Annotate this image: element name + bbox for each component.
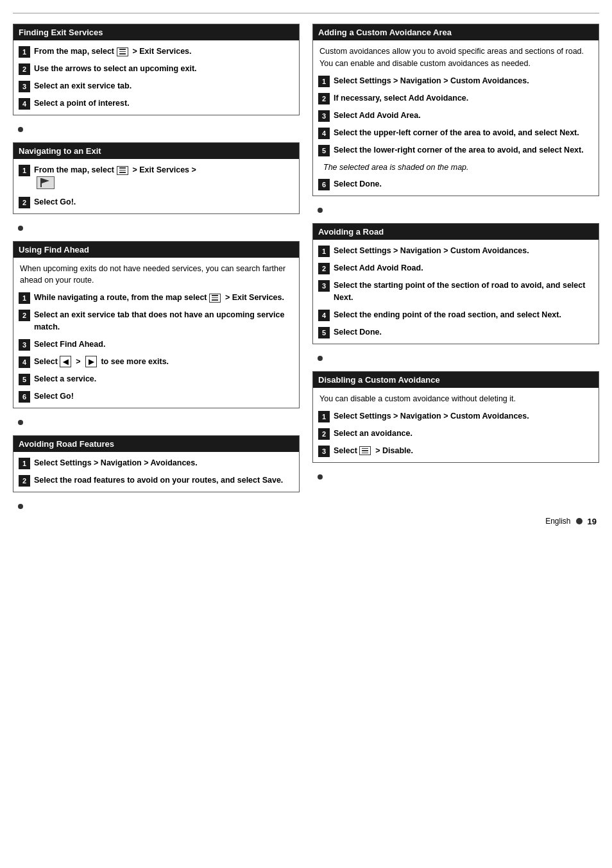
step-num-ne-2: 2 <box>19 197 30 208</box>
menu-lines-fa <box>212 295 218 301</box>
step-num-da-1: 1 <box>318 411 330 422</box>
step-text-da-3: Select > Disable. <box>334 445 413 457</box>
menu-lines-ne <box>119 167 126 173</box>
step-da-3: 3 Select > Disable. <box>318 445 593 457</box>
section-avoiding-road: Avoiding a Road 1 Select Settings > Navi… <box>312 223 599 344</box>
step-text-fa-3: Select Find Ahead. <box>34 338 105 351</box>
section-title-avoid-road: Avoiding Road Features <box>13 436 299 452</box>
svg-marker-1 <box>42 178 49 183</box>
step-text-ca-2: If necessary, select Add Avoidance. <box>334 92 468 104</box>
step-fes-3: 3 Select an exit service tab. <box>19 80 294 92</box>
bullet-da <box>318 474 323 480</box>
step-text-ar-5: Select Done. <box>334 326 382 338</box>
step-text-fa-2: Select an exit service tab that does not… <box>34 309 294 333</box>
right-column: Adding a Custom Avoidance Area Custom av… <box>312 24 599 510</box>
section-title-disable-avoid: Disabling a Custom Avoidance <box>313 372 599 388</box>
ca-note: The selected area is shaded on the map. <box>318 162 593 174</box>
step-num-da-2: 2 <box>318 428 330 440</box>
menu-lines <box>119 49 126 54</box>
step-text-da-1: Select Settings > Navigation > Custom Av… <box>334 410 529 422</box>
step-fa-6: 6 Select Go! <box>19 390 294 403</box>
step-text-ca-1: Select Settings > Navigation > Custom Av… <box>334 75 529 87</box>
step-text-ca-5: Select the lower-right corner of the are… <box>334 144 584 156</box>
disable-avoid-desc: You can disable a custom avoidance witho… <box>318 393 593 405</box>
section-body-avoid-a-road: 1 Select Settings > Navigation > Custom … <box>313 240 599 344</box>
step-ca-1: 1 Select Settings > Navigation > Custom … <box>318 75 593 87</box>
main-content: Finding Exit Services 1 From the map, se… <box>13 24 599 510</box>
step-ar-5: 5 Select Done. <box>318 326 593 338</box>
step-text-fa-1: While navigating a route, from the map s… <box>34 292 284 304</box>
section-title-nav-exit: Navigating to an Exit <box>13 143 299 159</box>
step-num-ca-6: 6 <box>318 179 330 190</box>
step-num-fa-2: 2 <box>19 310 30 321</box>
step-num-fa-3: 3 <box>19 339 30 351</box>
svg-rect-0 <box>40 178 42 187</box>
step-text-ca-4: Select the upper-left corner of the area… <box>334 127 579 139</box>
section-title-finding-exit: Finding Exit Services <box>13 24 299 40</box>
find-ahead-desc: When upcoming exits do not have needed s… <box>19 263 294 287</box>
step-num-fa-6: 6 <box>19 391 30 403</box>
step-ne-1: 1 From the map, select > Exit Services > <box>19 164 294 191</box>
step-text-ca-6: Select Done. <box>334 178 382 190</box>
bullet-ca <box>318 208 323 213</box>
step-num-ne-1: 1 <box>19 165 30 176</box>
footer-language: English <box>545 517 570 526</box>
custom-avoid-desc: Custom avoidances allow you to avoid spe… <box>318 46 593 70</box>
step-num-ar-5: 5 <box>318 327 330 338</box>
step-text-fa-6: Select Go! <box>34 390 74 403</box>
section-disabling-avoidance: Disabling a Custom Avoidance You can dis… <box>312 371 599 463</box>
step-ca-3: 3 Select Add Avoid Area. <box>318 110 593 122</box>
step-ca-4: 4 Select the upper-left corner of the ar… <box>318 127 593 139</box>
step-num-ca-4: 4 <box>318 128 330 139</box>
step-fa-2: 2 Select an exit service tab that does n… <box>19 309 294 333</box>
step-text-fa-4: Select ◀ > ▶ to see more exits. <box>34 356 169 368</box>
step-num-ar-1: 1 <box>318 246 330 257</box>
menu-icon-da-3 <box>359 446 371 455</box>
step-num-ar-2: 2 <box>318 263 330 274</box>
bullet-arf <box>18 504 23 509</box>
step-text-fes-1: From the map, select > Exit Services. <box>34 46 192 58</box>
step-ar-4: 4 Select the ending point of the road se… <box>318 309 593 321</box>
step-fes-4: 4 Select a point of interest. <box>19 97 294 110</box>
step-num-arf-1: 1 <box>19 458 30 469</box>
menu-lines-da <box>362 448 368 454</box>
step-text-ca-3: Select Add Avoid Area. <box>334 110 421 122</box>
step-ca-2: 2 If necessary, select Add Avoidance. <box>318 92 593 104</box>
step-ar-2: 2 Select Add Avoid Road. <box>318 262 593 274</box>
bullet-fa <box>18 420 23 425</box>
section-avoiding-road-features: Avoiding Road Features 1 Select Settings… <box>13 435 300 492</box>
step-ca-6: 6 Select Done. <box>318 178 593 190</box>
step-arf-2: 2 Select the road features to avoid on y… <box>19 474 294 487</box>
left-column: Finding Exit Services 1 From the map, se… <box>13 24 300 510</box>
step-ca-5: 5 Select the lower-right corner of the a… <box>318 144 593 156</box>
step-text-ar-3: Select the starting point of the section… <box>334 280 593 304</box>
page-container: Finding Exit Services 1 From the map, se… <box>13 13 599 526</box>
section-body-avoid-road: 1 Select Settings > Navigation > Avoidan… <box>13 452 299 492</box>
section-title-custom-avoid: Adding a Custom Avoidance Area <box>313 24 599 40</box>
step-num-fa-4: 4 <box>19 356 30 368</box>
step-num-ca-1: 1 <box>318 76 330 87</box>
step-num-arf-2: 2 <box>19 475 30 487</box>
step-num-fes-4: 4 <box>19 98 30 110</box>
bullet-ar <box>318 356 323 361</box>
step-text-ar-1: Select Settings > Navigation > Custom Av… <box>334 245 529 257</box>
section-title-find-ahead: Using Find Ahead <box>13 242 299 258</box>
section-body-finding-exit: 1 From the map, select > Exit Services. <box>13 40 299 115</box>
step-num-fes-2: 2 <box>19 63 30 75</box>
step-text-fes-3: Select an exit service tab. <box>34 80 132 92</box>
right-arrow-icon: ▶ <box>85 356 97 367</box>
section-body-find-ahead: When upcoming exits do not have needed s… <box>13 258 299 408</box>
nav-icon-ne <box>37 176 55 189</box>
step-num-da-3: 3 <box>318 446 330 457</box>
step-num-fa-5: 5 <box>19 374 30 385</box>
section-title-avoid-a-road: Avoiding a Road <box>313 224 599 240</box>
step-fes-2: 2 Use the arrows to select an upcoming e… <box>19 63 294 75</box>
step-num-fes-3: 3 <box>19 81 30 92</box>
menu-icon-fes-1 <box>117 47 128 56</box>
step-text-ne-2: Select Go!. <box>34 196 76 208</box>
step-fes-1: 1 From the map, select > Exit Services. <box>19 46 294 58</box>
step-num-ar-4: 4 <box>318 310 330 321</box>
step-num-ca-2: 2 <box>318 93 330 104</box>
step-da-2: 2 Select an avoidance. <box>318 428 593 440</box>
top-line <box>13 13 599 13</box>
